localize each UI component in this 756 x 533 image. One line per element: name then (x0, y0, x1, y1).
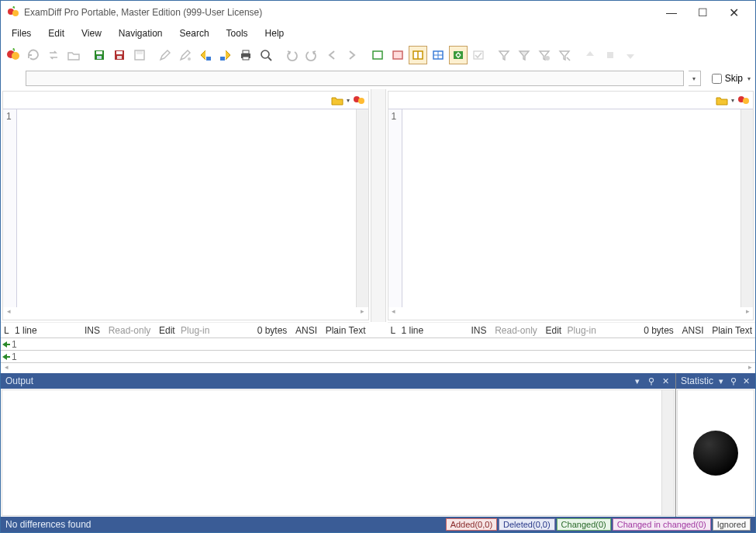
view-highlight-icon[interactable] (388, 46, 407, 64)
search-input[interactable] (26, 71, 684, 86)
compare-small-icon[interactable] (737, 94, 750, 106)
compare-small-icon[interactable] (353, 94, 365, 106)
open-file-icon[interactable] (716, 95, 728, 106)
refresh-icon[interactable] (24, 46, 43, 64)
status-enc[interactable]: ANSI (295, 325, 317, 336)
merge-right-icon[interactable] (216, 46, 235, 64)
skip-checkbox-input[interactable] (712, 74, 722, 84)
open-folder-icon[interactable] (64, 46, 83, 64)
badge-changed[interactable]: Changed(0) (557, 518, 611, 531)
diff-arrow-icon (1, 351, 12, 362)
swap-icon[interactable] (44, 46, 63, 64)
right-hscroll[interactable]: ◂▸ (388, 307, 754, 320)
edit-right-icon[interactable] (176, 46, 195, 64)
menu-edit[interactable]: Edit (40, 26, 72, 40)
view-sync-icon[interactable] (449, 46, 468, 64)
status-plugin[interactable]: Plug-in (568, 325, 596, 336)
status-enc[interactable]: ANSI (682, 325, 704, 336)
statistic-panel-header[interactable]: Statistic ▾ ⚲ ✕ (676, 373, 755, 389)
app-icon (7, 6, 19, 19)
panel-close-icon[interactable]: ✕ (741, 376, 751, 386)
undo-icon[interactable] (282, 46, 301, 64)
status-plugin[interactable]: Plug-in (181, 325, 209, 336)
next-diff-icon[interactable] (621, 46, 640, 64)
filter3-icon[interactable] (535, 46, 554, 64)
status-type[interactable]: Plain Text (326, 325, 366, 336)
menu-files[interactable]: Files (4, 26, 39, 40)
right-vscrollbar[interactable] (740, 109, 753, 307)
badge-deleted[interactable]: Deleted(0,0) (499, 518, 555, 531)
nav-forward-icon[interactable] (343, 46, 361, 64)
svg-rect-16 (243, 50, 249, 54)
diff-row-num: 1 (12, 351, 22, 362)
title-bar: ExamDiff Pro Portable, Master Edition (9… (1, 1, 755, 24)
left-editor-body: 1 (3, 109, 368, 307)
compare-icon[interactable] (4, 46, 22, 64)
status-type[interactable]: Plain Text (712, 325, 752, 336)
badge-added[interactable]: Added(0,0) (446, 518, 497, 531)
diff-arrow-icon (1, 339, 12, 350)
nav-back-icon[interactable] (323, 46, 341, 64)
edit-left-icon[interactable] (156, 46, 174, 64)
menu-search[interactable]: Search (172, 26, 217, 40)
menu-tools[interactable]: Tools (219, 26, 256, 40)
filter1-icon[interactable] (495, 46, 513, 64)
sep (152, 47, 153, 63)
save-both-icon[interactable] (130, 46, 149, 64)
stat-body (677, 389, 754, 516)
filter4-icon[interactable] (555, 46, 574, 64)
panel-menu-icon[interactable]: ▾ (716, 376, 726, 386)
panel-close-icon[interactable]: ✕ (660, 376, 671, 386)
search-dropdown-icon[interactable]: ▾ (689, 71, 701, 86)
global-hscroll[interactable]: ◂▸ (1, 362, 755, 373)
panel-pin-icon[interactable]: ⚲ (729, 376, 738, 386)
output-panel-header[interactable]: Output ▾ ⚲ ✕ (1, 373, 675, 389)
badge-chg-in-chg[interactable]: Changed in changed(0) (613, 518, 711, 531)
svg-rect-28 (474, 51, 483, 59)
left-editor[interactable] (17, 109, 356, 307)
skip-checkbox[interactable]: Skip ▾ (712, 73, 751, 84)
right-editor[interactable] (402, 109, 741, 307)
maximize-button[interactable]: ☐ (687, 2, 718, 23)
view-grid-icon[interactable] (429, 46, 447, 64)
save-as-icon[interactable] (110, 46, 129, 64)
diff-row-b[interactable]: 1 (1, 350, 755, 362)
print-icon[interactable] (236, 46, 255, 64)
status-ro: Read-only (109, 325, 151, 336)
output-body[interactable] (2, 389, 675, 516)
menu-help[interactable]: Help (257, 26, 292, 40)
svg-point-18 (261, 50, 269, 58)
svg-rect-8 (116, 51, 123, 54)
status-edit[interactable]: Edit (546, 325, 562, 336)
zoom-icon[interactable] (257, 46, 275, 64)
filter2-icon[interactable] (515, 46, 533, 64)
minimize-button[interactable]: — (656, 2, 687, 23)
prev-diff-icon[interactable] (581, 46, 599, 64)
close-button[interactable]: ✕ (718, 2, 749, 23)
badge-ignored[interactable]: Ignored (713, 518, 751, 531)
view-split-v-icon[interactable] (409, 46, 427, 64)
diff-row-a[interactable]: 1 (1, 337, 755, 350)
menu-navigation[interactable]: Navigation (111, 26, 171, 40)
svg-rect-11 (136, 51, 143, 54)
view-single-icon[interactable] (368, 46, 387, 64)
status-edit[interactable]: Edit (159, 325, 175, 336)
left-hscroll[interactable]: ◂▸ (3, 307, 368, 320)
menu-view[interactable]: View (74, 26, 109, 40)
redo-icon[interactable] (302, 46, 321, 64)
merge-left-icon[interactable] (196, 46, 215, 64)
open-file-icon[interactable] (331, 95, 343, 106)
stop-icon[interactable] (601, 46, 620, 64)
left-vscrollbar[interactable] (356, 109, 368, 307)
status-L: L (4, 325, 9, 336)
panel-menu-icon[interactable]: ▾ (632, 376, 643, 386)
skip-drop-icon[interactable]: ▾ (747, 75, 751, 82)
vertical-splitter[interactable] (371, 89, 386, 322)
open-drop-icon[interactable]: ▾ (731, 97, 734, 104)
save-icon[interactable] (90, 46, 109, 64)
open-drop-icon[interactable]: ▾ (347, 97, 350, 104)
panel-pin-icon[interactable]: ⚲ (646, 376, 657, 386)
checkmark-icon[interactable] (469, 46, 488, 64)
output-vscroll[interactable] (661, 390, 674, 515)
status-ro: Read-only (495, 325, 537, 336)
